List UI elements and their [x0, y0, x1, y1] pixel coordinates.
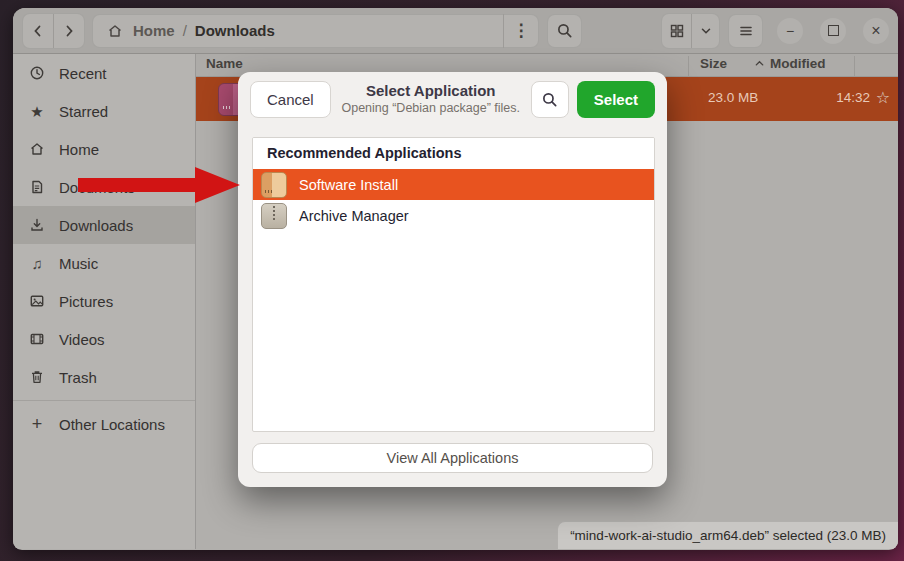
picture-icon — [28, 293, 46, 309]
sidebar-item-label: Trash — [59, 369, 97, 386]
sidebar-item-other-locations[interactable]: + Other Locations — [13, 405, 195, 443]
window-controls: − × — [777, 18, 889, 44]
kebab-icon: ⋮ — [513, 21, 530, 40]
sidebar-item-label: Home — [59, 141, 99, 158]
sidebar-item-downloads[interactable]: Downloads — [13, 206, 195, 244]
breadcrumb-separator: / — [183, 22, 187, 39]
dialog-search-button[interactable] — [531, 81, 569, 118]
cancel-button[interactable]: Cancel — [250, 81, 331, 118]
plus-icon: + — [28, 415, 46, 433]
app-name: Archive Manager — [299, 208, 409, 224]
status-text: “mind-work-ai-studio_arm64.deb” selected… — [570, 528, 886, 543]
breadcrumb-current[interactable]: Downloads — [195, 22, 275, 39]
home-icon — [106, 23, 124, 39]
sidebar-item-label: Music — [59, 255, 98, 272]
star-icon: ★ — [28, 104, 46, 119]
download-icon — [28, 217, 46, 233]
forward-button[interactable] — [54, 14, 84, 48]
sidebar: Recent ★ Starred Home Documents — [13, 54, 196, 549]
app-name: Software Install — [299, 177, 398, 193]
archive-manager-icon — [261, 203, 287, 229]
search-icon — [541, 91, 558, 108]
sidebar-separator — [13, 400, 195, 401]
sidebar-item-music[interactable]: ♫ Music — [13, 244, 195, 282]
minimize-icon: − — [786, 23, 794, 39]
back-button[interactable] — [23, 14, 53, 48]
main-menu-button[interactable] — [728, 14, 763, 48]
favorite-star-icon[interactable]: ☆ — [876, 88, 890, 107]
close-icon: × — [871, 23, 880, 39]
app-row-archive-manager[interactable]: Archive Manager — [253, 200, 654, 231]
sidebar-item-label: Recent — [59, 65, 107, 82]
headerbar: Home / Downloads ⋮ — [13, 8, 898, 54]
sidebar-item-starred[interactable]: ★ Starred — [13, 92, 195, 130]
close-button[interactable]: × — [863, 18, 889, 44]
software-install-icon — [261, 172, 287, 198]
sidebar-item-pictures[interactable]: Pictures — [13, 282, 195, 320]
dialog-title: Select Application — [331, 82, 531, 101]
file-modified-time: 14:32 — [836, 90, 870, 105]
application-list: Recommended Applications Software Instal… — [252, 137, 655, 432]
home-icon — [28, 141, 46, 157]
sidebar-item-trash[interactable]: Trash — [13, 358, 195, 396]
view-all-applications-button[interactable]: View All Applications — [252, 443, 653, 473]
sidebar-item-label: Other Locations — [59, 416, 165, 433]
view-switcher — [661, 13, 720, 49]
sidebar-item-recent[interactable]: Recent — [13, 54, 195, 92]
chevron-down-icon — [699, 24, 713, 38]
dialog-subtitle: Opening “Debian package” files. — [331, 101, 531, 117]
chevron-right-icon — [61, 23, 77, 39]
section-header: Recommended Applications — [253, 138, 654, 169]
column-divider — [688, 56, 689, 78]
breadcrumb[interactable]: Home / Downloads ⋮ — [92, 14, 539, 48]
sidebar-item-label: Pictures — [59, 293, 113, 310]
navigation-buttons — [22, 13, 85, 49]
desktop-background: Home / Downloads ⋮ — [0, 0, 904, 561]
sidebar-item-label: Videos — [59, 331, 105, 348]
red-arrow-annotation — [78, 163, 240, 207]
trash-icon — [28, 369, 46, 385]
column-divider — [854, 56, 855, 78]
sidebar-item-label: Downloads — [59, 217, 133, 234]
path-menu-button[interactable]: ⋮ — [504, 14, 538, 48]
sidebar-item-videos[interactable]: Videos — [13, 320, 195, 358]
search-button[interactable] — [547, 14, 582, 48]
hamburger-icon — [738, 23, 754, 39]
maximize-button[interactable] — [820, 18, 846, 44]
search-icon — [556, 22, 573, 39]
view-options-button[interactable] — [692, 14, 719, 48]
column-header-modified[interactable]: Modified — [770, 56, 826, 71]
clock-icon — [28, 65, 46, 81]
column-header-size[interactable]: Size — [700, 56, 727, 71]
music-note-icon: ♫ — [28, 256, 46, 271]
file-size: 23.0 MB — [708, 90, 758, 105]
column-header-name[interactable]: Name — [206, 56, 243, 71]
sort-ascending-icon — [754, 58, 765, 69]
minimize-button[interactable]: − — [777, 18, 803, 44]
select-application-dialog: Cancel Select Application Opening “Debia… — [238, 72, 667, 487]
status-bar: “mind-work-ai-studio_arm64.deb” selected… — [557, 521, 898, 549]
film-icon — [28, 331, 46, 347]
dialog-header: Cancel Select Application Opening “Debia… — [238, 72, 667, 127]
sidebar-item-label: Starred — [59, 103, 108, 120]
grid-view-button[interactable] — [662, 14, 692, 48]
maximize-icon — [828, 25, 839, 36]
grid-icon — [669, 23, 685, 39]
dialog-titles: Select Application Opening “Debian packa… — [331, 82, 531, 116]
app-row-software-install[interactable]: Software Install — [253, 169, 654, 200]
breadcrumb-home[interactable]: Home — [133, 22, 175, 39]
select-button[interactable]: Select — [577, 81, 655, 118]
document-icon — [28, 179, 46, 195]
chevron-left-icon — [30, 23, 46, 39]
